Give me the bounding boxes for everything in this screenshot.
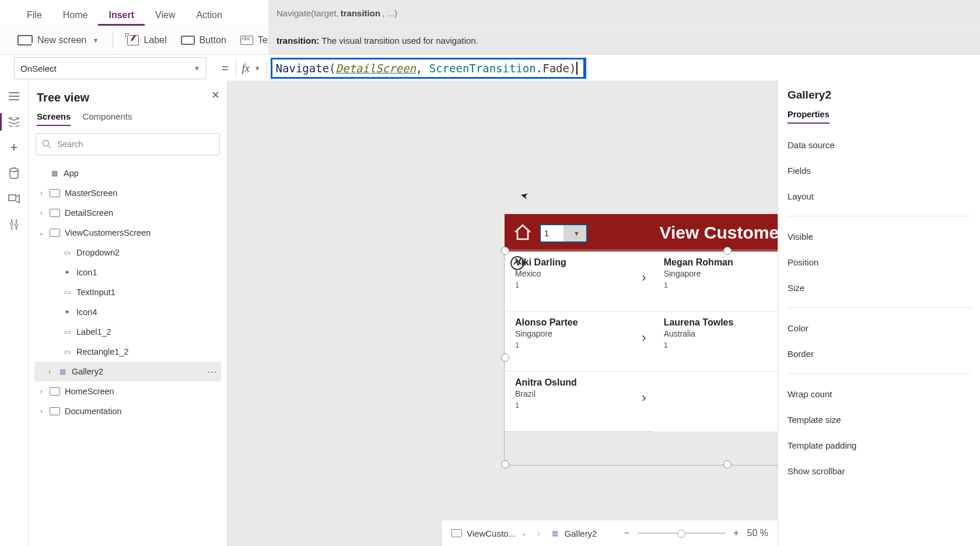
close-icon[interactable]: ✕ <box>211 89 220 102</box>
prop-row[interactable]: Layout <box>788 183 971 209</box>
expand-icon[interactable]: › <box>38 209 45 217</box>
separator <box>788 373 971 374</box>
resize-handle[interactable] <box>723 247 732 255</box>
tree-node[interactable]: › Documentation <box>34 401 221 421</box>
properties-panel: Gallery2 Properties Data source Fields L… <box>778 80 980 546</box>
prop-row[interactable]: Template size <box>788 407 971 432</box>
chevron-down-icon: ▼ <box>564 225 586 242</box>
formula-input[interactable]: Navigate(DetailScreen, ScreenTransition.… <box>267 58 980 79</box>
breadcrumb-control[interactable]: ▦ Gallery2 <box>551 528 597 538</box>
header-dropdown[interactable]: 1 ▼ <box>540 224 587 243</box>
tree-node[interactable]: › DetailScreen <box>34 203 221 223</box>
prop-row[interactable]: Size <box>788 275 971 300</box>
prop-row[interactable]: Template padding <box>788 432 971 458</box>
rail-insert-icon[interactable]: + <box>8 142 20 153</box>
tree-node[interactable]: ✦Icon1 <box>34 262 221 282</box>
tree-node[interactable]: › HomeScreen <box>34 382 221 401</box>
tree-node[interactable]: ✦Icon4 <box>34 302 221 322</box>
tree-node[interactable]: ▭Rectangle1_2 <box>34 342 221 362</box>
resize-handle[interactable] <box>501 247 509 255</box>
chevron-down-icon: ▼ <box>92 37 99 44</box>
prop-row[interactable]: Position <box>788 249 971 275</box>
search-placeholder: Search <box>57 139 83 149</box>
zoom-value: 50 % <box>747 528 768 538</box>
tree-node[interactable]: ▭Dropdown2 <box>34 243 221 262</box>
home-icon[interactable] <box>513 222 533 242</box>
expand-icon[interactable]: › <box>38 407 45 415</box>
sig-p0: target <box>314 8 336 18</box>
ribbon-separator <box>113 32 113 48</box>
tree-node-label: Icon1 <box>76 268 97 277</box>
prop-row[interactable]: Data source <box>788 132 971 158</box>
prop-row[interactable]: Fields <box>788 158 971 183</box>
tree-node[interactable]: ▭Label1_2 <box>34 322 221 342</box>
formula-arg2-member: .Fade <box>536 62 569 75</box>
resize-handle[interactable] <box>501 460 509 468</box>
resize-handle[interactable] <box>723 460 732 468</box>
tree-node-label: HomeScreen <box>65 387 114 396</box>
design-canvas[interactable]: ➤ 1 ▼ View Customers Viki Darling <box>228 80 778 546</box>
sig-rest: , ... <box>382 8 394 18</box>
menu-tab-file[interactable]: File <box>16 3 52 26</box>
collapse-icon[interactable]: ⌄ <box>38 229 45 237</box>
rail-data-icon[interactable] <box>8 168 20 178</box>
breadcrumb-screen[interactable]: ViewCusto... ⌄ <box>452 528 527 538</box>
properties-tab[interactable]: Properties <box>788 110 830 124</box>
tree-node-label: Icon4 <box>76 307 97 317</box>
formula-arg2-ns: ScreenTransition <box>429 62 536 75</box>
zoom-out-button[interactable]: − <box>624 528 629 538</box>
properties-title: Gallery2 <box>788 89 971 102</box>
property-selector[interactable]: OnSelect ▼ <box>14 57 206 79</box>
new-screen-label: New screen <box>37 35 86 46</box>
icon-icon: ✦ <box>62 308 72 316</box>
zoom-slider[interactable] <box>638 533 725 534</box>
rail-hamburger-icon[interactable] <box>8 91 20 102</box>
app-title: View Customers <box>660 223 796 243</box>
tree-search-input[interactable]: Search <box>36 133 220 155</box>
fx-button[interactable]: fx ▼ <box>236 62 267 75</box>
menu-tab-action[interactable]: Action <box>186 3 232 26</box>
insert-label-button[interactable]: Label <box>127 35 166 46</box>
button-icon <box>181 36 195 45</box>
separator <box>788 216 971 216</box>
resize-handle[interactable] <box>501 354 509 362</box>
expand-icon[interactable]: › <box>38 387 45 396</box>
menu-tab-home[interactable]: Home <box>52 3 99 26</box>
rail-treeview-icon[interactable] <box>8 117 20 127</box>
tab-components[interactable]: Components <box>82 111 132 126</box>
tree-node[interactable]: ▭TextInput1 <box>34 282 221 302</box>
dropdown-value: 1 <box>541 229 564 238</box>
svg-point-4 <box>43 141 49 146</box>
screen-icon <box>50 387 60 396</box>
prop-row[interactable]: Border <box>788 341 971 366</box>
expand-icon[interactable]: › <box>46 368 53 376</box>
menu-tab-view[interactable]: View <box>145 3 186 26</box>
tree-view-panel: Tree view ✕ Screens Components Search ▦ … <box>29 80 228 546</box>
tree-app-label: App <box>64 169 79 178</box>
gallery-icon: ▦ <box>58 368 67 376</box>
prop-row[interactable]: Color <box>788 315 971 341</box>
sig-fn: Navigate <box>276 8 311 18</box>
expand-icon[interactable]: › <box>38 189 45 197</box>
rail-advanced-icon[interactable] <box>8 219 20 230</box>
rail-media-icon[interactable] <box>8 194 20 204</box>
screen-icon <box>50 189 60 197</box>
tree-node[interactable]: › MasterScreen <box>34 183 221 203</box>
prop-row[interactable]: Visible <box>788 223 971 249</box>
new-screen-button[interactable]: New screen ▼ <box>18 35 99 46</box>
dropdown-icon: ▭ <box>62 249 72 257</box>
prop-row[interactable]: Show scrollbar <box>788 458 971 484</box>
tree-node-label: MasterScreen <box>65 188 117 198</box>
tooltip-desc: The visual transition used for navigatio… <box>321 36 478 46</box>
prop-row[interactable]: Wrap count <box>788 381 971 407</box>
tree-node[interactable]: ⌄ ViewCustomersScreen <box>34 223 221 243</box>
menu-tab-insert[interactable]: Insert <box>98 3 145 26</box>
tab-screens[interactable]: Screens <box>37 111 71 126</box>
tree-app-node[interactable]: ▦ App <box>34 163 221 183</box>
zoom-in-button[interactable]: + <box>733 528 738 538</box>
tree-node-selected[interactable]: › ▦ Gallery2 ··· <box>34 362 221 382</box>
more-icon[interactable]: ··· <box>207 366 218 378</box>
label-icon <box>127 35 139 46</box>
insert-button-button[interactable]: Button <box>181 35 226 46</box>
screen-icon <box>452 529 462 537</box>
